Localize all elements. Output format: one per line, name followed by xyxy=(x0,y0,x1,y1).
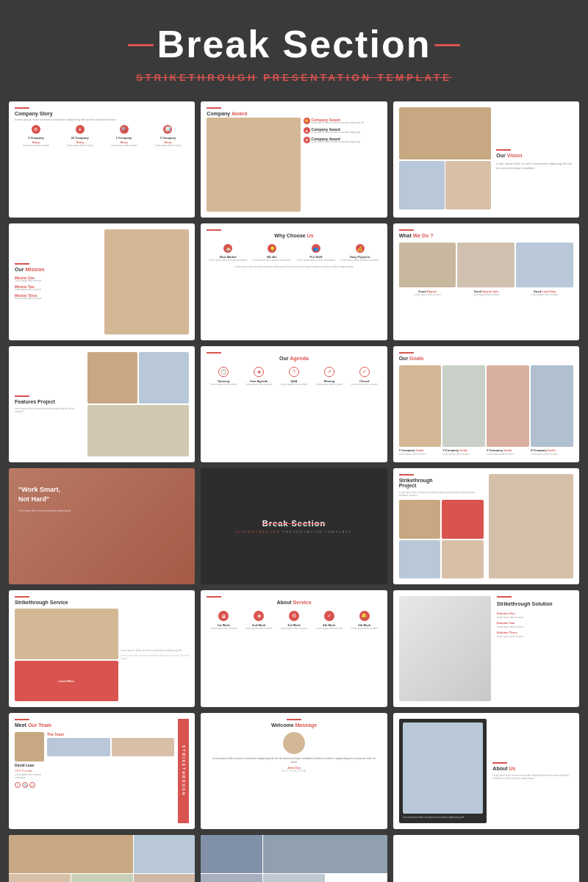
col-desc: Lorem ipsum dolor sit amet xyxy=(67,145,93,148)
team-main: Meet Our Team David Lean CEO Founder Lor… xyxy=(15,719,189,823)
slide-19[interactable]: Portofolio xyxy=(9,835,195,882)
accent-bar xyxy=(15,107,29,109)
why-item: 💰 Easy Payment Lorem ipsum dolor sit ame… xyxy=(339,244,381,262)
stproject-desc: Lorem ipsum dolor sit amet consectetur a… xyxy=(399,491,484,497)
mission-item-desc: Lorem ipsum dolor sit amet xyxy=(15,280,99,283)
person-name: David Lean xyxy=(15,763,44,767)
goal-img xyxy=(531,365,573,447)
why-item: 👥 Pro Staff Lorem ipsum dolor sit amet c… xyxy=(295,244,337,262)
solution-items: Solution One Lorem ipsum dolor sit amet … xyxy=(497,612,573,639)
slide-21[interactable]: Thanks For Watching STRIKETHROUGH PRESEN… xyxy=(393,835,579,882)
feature-img3 xyxy=(87,405,189,456)
goal-desc: Lorem ipsum dolor sit amet xyxy=(487,453,529,456)
col-sublabel: Story xyxy=(164,140,171,144)
opening-icon: 📋 xyxy=(218,367,229,377)
vertical-text: STRIKETHROUGH xyxy=(182,745,186,797)
slide-2[interactable]: Company Award 🏆 Company Award Lorem ipsu… xyxy=(201,101,387,218)
check-icon: ✓ xyxy=(324,611,334,621)
agenda-desc: Lorem ipsum dolor sit amet xyxy=(351,384,378,387)
agenda-label: Sharing xyxy=(323,379,334,383)
slide-16-content: STRIKETHROUGH Meet Our Team David Lean C… xyxy=(15,719,189,823)
agenda-item: ✓ Closed Lorem ipsum dolor sit amet xyxy=(348,367,381,387)
what-img2 xyxy=(457,243,514,287)
service-images: Learn More xyxy=(15,609,118,700)
service-item: 🖥 1st Work Lorem ipsum dolor sit amet xyxy=(207,611,240,631)
col-label: 1 Company xyxy=(116,136,132,140)
features-desc: Lorem ipsum dolor sit amet consectetur a… xyxy=(15,407,82,413)
slide-11[interactable]: Break Section STRIKETHROUGH PRESENTATION… xyxy=(201,468,387,584)
goal-img xyxy=(442,365,485,447)
social-icon: f xyxy=(15,782,21,788)
goal-desc: Lorem ipsum dolor sit amet xyxy=(442,453,485,456)
social-icon: 🔍 xyxy=(22,782,28,788)
goal-label: 1 Company Goals xyxy=(399,448,442,452)
col-item: 🔍 1 Company Story Lorem ipsum dolor sit … xyxy=(103,125,146,148)
portfolio2-grid xyxy=(201,835,387,882)
what-img1 xyxy=(399,243,456,287)
slide-8[interactable]: Our Agenda 📋 Opening Lorem ipsum dolor s… xyxy=(201,346,387,462)
service-item-desc: Lorem ipsum dolor sit amet xyxy=(316,628,343,631)
slide-2-content: 🏆 Company Award Lorem ipsum dolor sit am… xyxy=(207,118,381,212)
features-text: Features Project Lorem ipsum dolor sit a… xyxy=(15,352,82,456)
agenda-label: Item Agenda xyxy=(250,379,268,383)
slide-20[interactable]: Portofolio xyxy=(201,835,387,882)
col-sublabel: Story xyxy=(120,140,127,144)
award-item: ★ Company Award Lorem ipsum dolor sit am… xyxy=(304,127,381,135)
goal-label: 3 Company Goals xyxy=(487,448,529,452)
service-layout: Learn More Lorem ipsum dolor sit amet co… xyxy=(15,609,189,700)
icon: 📊 xyxy=(163,125,172,134)
solution-img xyxy=(399,596,491,700)
agenda-desc: Lorem ipsum dolor sit amet xyxy=(316,384,343,387)
mission-item: Mission Two Lorem ipsum dolor sit amet xyxy=(15,285,99,292)
slide-6-title: What We Do ? xyxy=(399,233,573,238)
slide-9[interactable]: Our Goals 1 Company Goals Lorem ipsum do… xyxy=(393,346,579,462)
agenda-desc: Lorem ipsum dolor sit amet xyxy=(281,384,307,387)
slide-7[interactable]: Features Project Lorem ipsum dolor sit a… xyxy=(9,346,195,462)
person-img xyxy=(15,732,44,761)
slide-12[interactable]: StrikethroughProject Lorem ipsum dolor s… xyxy=(393,468,579,584)
slide-6[interactable]: What We Do ? Good Report Lorem ipsum dol… xyxy=(393,223,579,340)
slides-grid: Company Story Lorem ipsum dolor sit amet… xyxy=(0,90,588,882)
slide-17[interactable]: Welcome Massage Lorem ipsum dolor sit am… xyxy=(201,713,387,829)
slide-5-title: Why Choose Us xyxy=(207,233,381,238)
accent-bar xyxy=(207,107,221,109)
slide-14[interactable]: About Service 🖥 1st Work Lorem ipsum dol… xyxy=(201,590,387,706)
solution-text: Strikethrough Solution Solution One Lore… xyxy=(493,596,573,700)
team-person: David Lean CEO Founder Lorem ipsum dolor… xyxy=(15,732,44,823)
person-desc: Lorem ipsum dolor sit amet consectetur xyxy=(15,774,44,780)
mission-item: Mission Three Lorem ipsum dolor sit amet xyxy=(15,294,99,301)
vision-img1 xyxy=(399,107,492,159)
stproject-img2 xyxy=(442,500,484,538)
accent-bar xyxy=(15,395,29,397)
what-label: Good Search Info Lorem ipsum dolor sit a… xyxy=(457,290,514,334)
accent-bar xyxy=(399,474,414,476)
portfolio-img xyxy=(71,874,133,882)
slide-1[interactable]: Company Story Lorem ipsum dolor sit amet… xyxy=(9,101,195,218)
stproject-text: StrikethroughProject Lorem ipsum dolor s… xyxy=(399,474,484,578)
mission-text: Our Mission Mission One Lorem ipsum dolo… xyxy=(15,229,99,334)
goal-col: 2 Company Goals Lorem ipsum dolor sit am… xyxy=(442,365,485,456)
accent-bar xyxy=(207,596,221,598)
feature-img1 xyxy=(87,352,137,404)
slide-15[interactable]: Strikethrough Solution Solution One Lore… xyxy=(393,590,579,706)
quote-subtext: Lorem ipsum dolor sit amet consectetur a… xyxy=(15,507,189,514)
slide-4[interactable]: Our Mission Mission One Lorem ipsum dolo… xyxy=(9,223,195,340)
vertical-label: STRIKETHROUGH xyxy=(178,719,189,823)
what-label: Good Lead Step Lorem ipsum dolor sit ame… xyxy=(516,290,573,334)
slide-5[interactable]: Why Choose Us 🏠 Best Market Lorem ipsum … xyxy=(201,223,387,340)
team-section: The Team xyxy=(47,732,174,736)
medal-icon: 🎖 xyxy=(304,137,310,143)
slide-3[interactable]: Our Vision Lorem ipsum dolor sit amet co… xyxy=(393,101,579,218)
agenda-label: Q&A xyxy=(291,379,298,383)
slide-9-title: Our Goals xyxy=(399,356,573,361)
slide-3-content: Our Vision Lorem ipsum dolor sit amet co… xyxy=(399,107,573,212)
slide-13[interactable]: Strikethrough Service Learn More Lorem i… xyxy=(9,590,195,706)
award-text: Company Award Lorem ipsum dolor sit amet… xyxy=(312,137,361,144)
person-role: CEO Founder xyxy=(15,769,44,772)
mission-item: Mission One Lorem ipsum dolor sit amet xyxy=(15,276,99,283)
what-img3 xyxy=(516,243,573,287)
slide-16[interactable]: STRIKETHROUGH Meet Our Team David Lean C… xyxy=(9,713,195,829)
slide-18[interactable]: Lorem ipsum dolor sit amet consectetur a… xyxy=(393,713,579,829)
slide-10[interactable]: "Work Smart,Not Hard" Lorem ipsum dolor … xyxy=(9,468,195,584)
slide-1-title: Company Story xyxy=(15,111,189,116)
